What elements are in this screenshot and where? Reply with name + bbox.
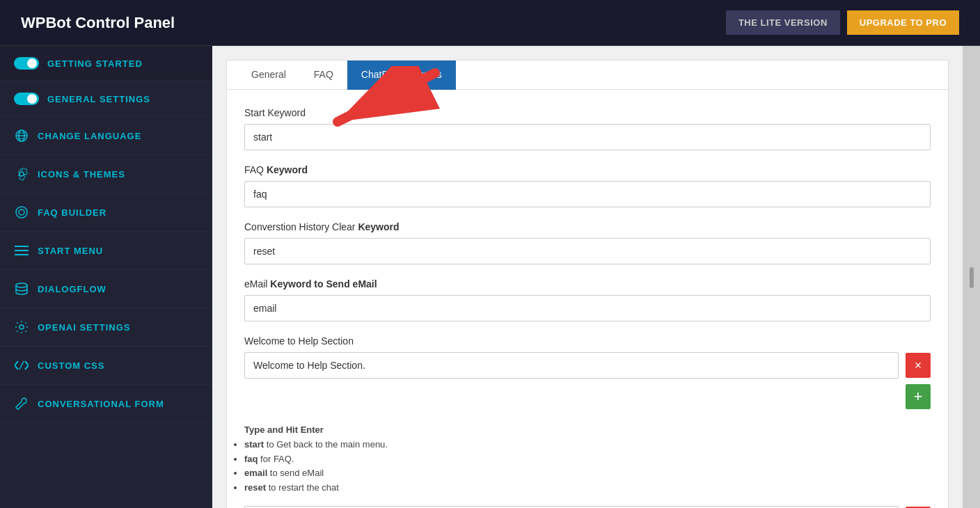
tab-bar: General FAQ ChatBot Keywords [227, 61, 948, 90]
sidebar-item-getting-started[interactable]: GETTING STARTED [0, 46, 212, 81]
sidebar-item-change-language[interactable]: CHANGE LANGUAGE [0, 117, 212, 155]
sidebar-label-getting-started: GETTING STARTED [47, 58, 143, 69]
globe-icon [14, 128, 29, 143]
circle-icon [14, 205, 29, 220]
sidebar-item-general-settings[interactable]: GENERAL SETTINGS [0, 81, 212, 117]
start-keyword-label: Start Keyword [244, 107, 931, 118]
sidebar-label-dialogflow: DIALOGFLOW [38, 284, 106, 294]
main-content: General FAQ ChatBot Keywords Start Keywo… [212, 46, 963, 508]
svg-point-10 [16, 283, 27, 287]
tab-chatbot-keywords[interactable]: ChatBot Keywords [347, 61, 456, 90]
upgrade-button[interactable]: UPGRADE TO PRO [847, 10, 959, 35]
menu-icon [14, 243, 29, 258]
wrench-icon [14, 396, 29, 411]
sidebar-item-openai-settings[interactable]: OPENAI SETTINGS [0, 308, 212, 347]
history-keyword-group: Converstion History Clear Keyword [244, 221, 931, 264]
info-text: Type and Hit Enter start to Get back to … [244, 423, 931, 495]
sidebar-item-faq-builder[interactable]: FAQ BUILDER [0, 193, 212, 232]
sidebar-item-custom-css[interactable]: CUSTOM CSS [0, 347, 212, 385]
email-keyword-label: eMail Keyword to Send eMail [244, 278, 931, 289]
code-icon [14, 358, 29, 373]
header: WPBot Control Panel THE LITE VERSION UPG… [0, 0, 980, 46]
sidebar-label-conversational-form: CONVERSATIONAL FORM [38, 399, 164, 409]
welcome-remove-button[interactable]: × [906, 353, 931, 378]
stack-icon [14, 281, 29, 296]
form-content: Start Keyword FAQ Keyword Converstion Hi… [227, 90, 948, 508]
faq-keyword-label: FAQ Keyword [244, 164, 931, 175]
add-btn-row: + [244, 379, 931, 409]
sidebar-label-faq-builder: FAQ BUILDER [38, 207, 106, 218]
toggle-on-icon-2 [14, 93, 39, 105]
gear-icon-2 [14, 319, 29, 335]
email-keyword-group: eMail Keyword to Send eMail [244, 278, 931, 322]
sidebar-label-change-language: CHANGE LANGUAGE [38, 131, 141, 141]
app-title: WPBot Control Panel [21, 14, 175, 32]
welcome-add-button[interactable]: + [906, 384, 931, 409]
svg-point-6 [19, 209, 24, 215]
history-keyword-input[interactable] [244, 238, 931, 264]
start-keyword-input[interactable] [244, 124, 931, 150]
layout: GETTING STARTED GENERAL SETTINGS CHANGE … [0, 46, 980, 508]
history-keyword-label: Converstion History Clear Keyword [244, 221, 931, 232]
welcome-input[interactable] [244, 352, 899, 379]
sidebar-label-icons-themes: ICONS & THEMES [38, 169, 125, 180]
faq-keyword-group: FAQ Keyword [244, 164, 931, 207]
header-buttons: THE LITE VERSION UPGRADE TO PRO [726, 10, 959, 35]
sidebar-item-icons-themes[interactable]: ICONS & THEMES [0, 155, 212, 193]
sidebar: GETTING STARTED GENERAL SETTINGS CHANGE … [0, 46, 212, 508]
svg-point-13 [19, 325, 24, 329]
welcome-label: Welcome to Help Section [244, 335, 931, 347]
sidebar-item-dialogflow[interactable]: DIALOGFLOW [0, 270, 212, 308]
right-panel [963, 46, 980, 508]
svg-point-5 [16, 207, 27, 218]
lite-version-button[interactable]: THE LITE VERSION [726, 10, 840, 35]
start-keyword-group: Start Keyword [244, 107, 931, 150]
welcome-group: Welcome to Help Section × + [244, 335, 931, 409]
sidebar-item-start-menu[interactable]: START MENU [0, 232, 212, 270]
sidebar-label-general-settings: GENERAL SETTINGS [47, 94, 150, 104]
toggle-on-icon [14, 57, 39, 70]
sidebar-label-openai-settings: OPENAI SETTINGS [38, 322, 130, 333]
sidebar-item-conversational-form[interactable]: CONVERSATIONAL FORM [0, 385, 212, 423]
sidebar-label-start-menu: START MENU [38, 246, 103, 256]
tab-general[interactable]: General [237, 61, 300, 90]
welcome-row: × [244, 352, 931, 379]
right-handle [970, 267, 974, 288]
tab-faq[interactable]: FAQ [300, 61, 347, 90]
email-keyword-input[interactable] [244, 295, 931, 322]
faq-keyword-input[interactable] [244, 181, 931, 207]
gear-icon [14, 166, 29, 182]
content-panel: General FAQ ChatBot Keywords Start Keywo… [226, 60, 949, 508]
svg-line-14 [19, 361, 24, 370]
sidebar-label-custom-css: CUSTOM CSS [38, 360, 104, 371]
